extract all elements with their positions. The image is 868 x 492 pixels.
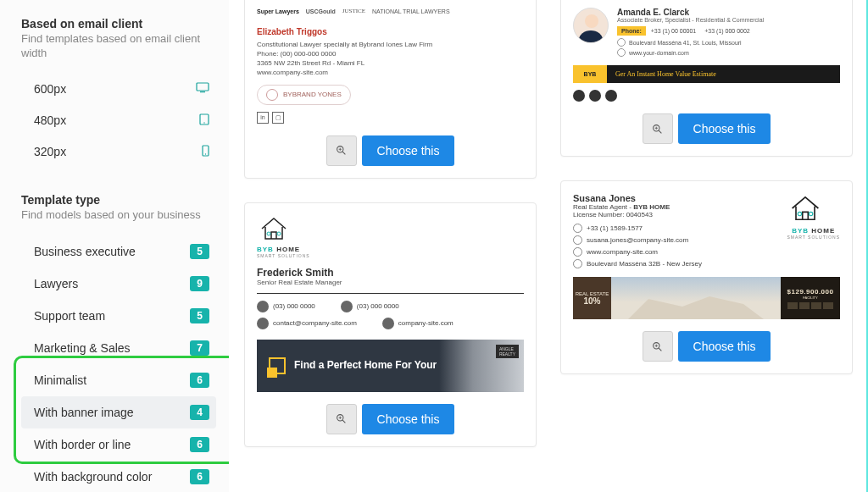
svg-point-10 — [267, 232, 270, 235]
signature-name: Susana Jones — [573, 193, 702, 203]
social-icons: in▢ — [257, 112, 524, 124]
phone-item: (03) 000 0000 — [257, 301, 315, 312]
choose-button[interactable]: Choose this — [678, 113, 771, 144]
template-card: BYB HOME SMART SOLUTIONS Frederick Smith… — [244, 202, 537, 447]
banner-price: $129.900.000 — [787, 288, 834, 296]
type-marketing-sales[interactable]: Marketing & Sales7 — [21, 332, 216, 364]
type-support-team[interactable]: Support team5 — [21, 300, 216, 332]
type-label: Support team — [34, 309, 105, 323]
brand-name: BYB HOME — [257, 246, 524, 253]
zoom-button[interactable] — [326, 135, 357, 166]
zoom-button[interactable] — [643, 113, 673, 144]
template-card: Super Lawyers USCGould JUSTICE NATIONAL … — [244, 0, 537, 179]
template-card: Amanda E. Clarck Associate Broker, Speci… — [560, 0, 853, 157]
type-label: With background color — [34, 470, 152, 484]
site-line: www.company-site.com — [573, 247, 702, 257]
template-type-subtitle: Find models based on your business — [21, 208, 216, 223]
email-client-section: Based on email client Find templates bas… — [21, 17, 216, 168]
type-label: Minimalist — [34, 373, 86, 387]
phone-row: Phone: +33 (1) 00 00001 +33 (1) 000 0002 — [617, 26, 840, 36]
svg-line-23 — [659, 348, 661, 351]
type-minimalist[interactable]: Minimalist6 — [21, 364, 216, 396]
signature-role: Real Estate Agent - BYB HOME — [573, 203, 702, 211]
address-line: Boulevard Masséna 32B - New Jersey — [573, 259, 702, 268]
pin-icon — [573, 259, 582, 268]
type-business-executive[interactable]: Business executive5 — [21, 235, 216, 268]
email-item: contact@company-site.com — [257, 318, 357, 329]
type-count-badge: 5 — [190, 244, 209, 259]
link-icon — [382, 318, 394, 329]
partner-logo: NATIONAL TRIAL LAWYERS — [372, 8, 450, 16]
type-with-border-line[interactable]: With border or line6 — [21, 428, 216, 461]
signature-name: Amanda E. Clarck — [617, 8, 840, 17]
type-label: With banner image — [34, 406, 134, 419]
type-count-badge: 5 — [190, 308, 209, 323]
template-type-section: Template type Find models based on your … — [21, 193, 216, 492]
email-icon — [257, 318, 269, 329]
signature-address: 3365 NW 22th Street Rd - Miami FL — [257, 58, 524, 68]
email-icon — [573, 235, 582, 245]
phone-icon — [341, 301, 353, 312]
svg-point-3 — [203, 122, 204, 123]
partner-logo: USCGould — [306, 8, 336, 16]
email-line: susana.jones@company-site.com — [573, 235, 702, 245]
site-line: www.your-domain.com — [617, 48, 840, 57]
signature-site: www.company-site.com — [257, 68, 524, 77]
address-line: Boulevard Masséna 41, St. Louis, Missour… — [617, 38, 840, 47]
globe-icon — [573, 247, 582, 257]
svg-rect-1 — [200, 91, 205, 92]
banner-image: Find a Perfect Home For Your Family ANGL… — [257, 340, 524, 392]
type-with-banner-image[interactable]: With banner image4 — [21, 396, 216, 428]
width-option-320[interactable]: 320px — [21, 136, 216, 168]
phone-icon — [257, 301, 269, 312]
banner-image: REAL ESTATE10% $129.900.000 FACILITY — [573, 277, 840, 319]
linkedin-icon: in — [257, 112, 269, 124]
width-option-600[interactable]: 600px — [21, 74, 216, 105]
type-count-badge: 9 — [190, 276, 209, 291]
template-card: Susana Jones Real Estate Agent - BYB HOM… — [560, 180, 853, 374]
brand-tagline: SMART SOLUTIONS — [257, 253, 524, 258]
choose-button[interactable]: Choose this — [362, 135, 455, 166]
svg-line-7 — [342, 152, 345, 154]
globe-icon — [617, 48, 626, 57]
video-icon: ▢ — [272, 112, 284, 124]
width-option-480[interactable]: 480px — [21, 105, 216, 136]
mobile-icon — [202, 145, 209, 159]
partner-logo: Super Lawyers — [257, 8, 299, 16]
phone-value: +33 (1) 000 0002 — [701, 26, 754, 36]
svg-rect-0 — [197, 83, 209, 91]
type-with-background-color[interactable]: With background color6 — [21, 461, 216, 492]
signature-preview-lawyer: Super Lawyers USCGould JUSTICE NATIONAL … — [257, 8, 524, 124]
banner-icon — [269, 357, 286, 374]
phone-line: +33 (1) 1589-1577 — [573, 224, 702, 233]
type-label: Business executive — [34, 245, 136, 258]
type-lawyers[interactable]: Lawyers9 — [21, 268, 216, 300]
width-label: 320px — [34, 145, 66, 158]
desktop-icon — [196, 82, 209, 97]
choose-button[interactable]: Choose this — [678, 331, 771, 362]
pin-icon — [617, 38, 626, 47]
svg-point-20 — [798, 212, 802, 215]
site-item: company-site.com — [382, 318, 453, 329]
width-label: 480px — [34, 113, 66, 127]
phone-icon — [573, 224, 582, 233]
signature-badge: BYBRAND YONES — [257, 85, 351, 105]
svg-point-11 — [277, 232, 281, 235]
type-label: Lawyers — [34, 277, 78, 290]
signature-preview-real-estate: BYB HOME SMART SOLUTIONS Frederick Smith… — [257, 215, 524, 392]
phone-item: (03) 000 0000 — [341, 301, 399, 312]
instagram-icon — [605, 90, 617, 102]
signature-role: Constitutional Lawyer specially at Bybra… — [257, 40, 524, 49]
svg-point-5 — [205, 153, 206, 154]
phone-label: Phone: — [617, 26, 646, 36]
banner-image: BYB Ger An Instant Home Value Estimate — [573, 65, 840, 83]
zoom-button[interactable] — [643, 331, 673, 362]
type-count-badge: 6 — [190, 469, 209, 484]
divider — [257, 293, 524, 294]
youtube-icon — [589, 90, 601, 102]
choose-button[interactable]: Choose this — [362, 404, 455, 434]
house-icon — [257, 215, 291, 242]
type-label: Marketing & Sales — [34, 341, 131, 355]
type-count-badge: 4 — [190, 405, 209, 420]
zoom-button[interactable] — [326, 404, 357, 434]
